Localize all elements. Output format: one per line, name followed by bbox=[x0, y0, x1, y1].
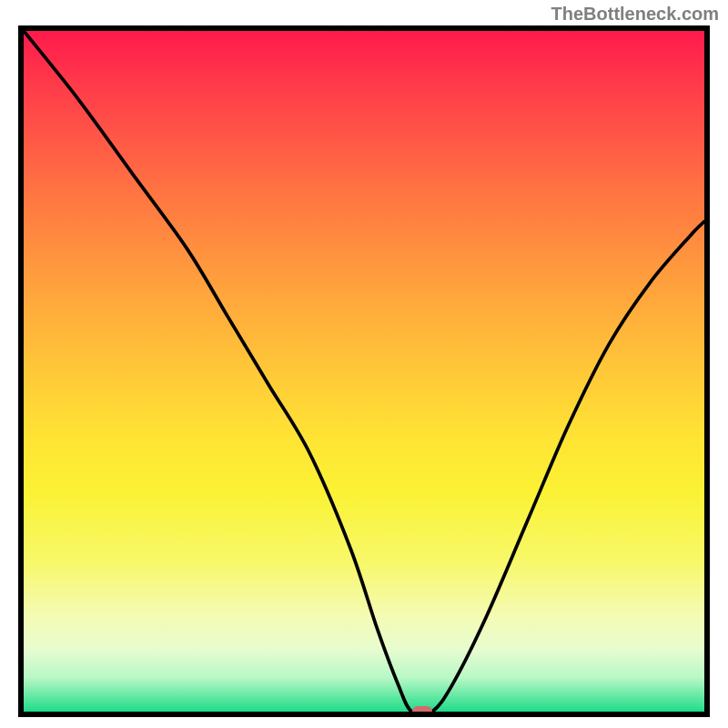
bottleneck-curve bbox=[24, 31, 704, 712]
minimum-marker bbox=[412, 706, 432, 717]
plot-frame bbox=[18, 25, 710, 717]
watermark-text: TheBottleneck.com bbox=[551, 4, 719, 25]
curve-svg bbox=[24, 31, 704, 712]
chart-container: TheBottleneck.com bbox=[0, 0, 728, 728]
